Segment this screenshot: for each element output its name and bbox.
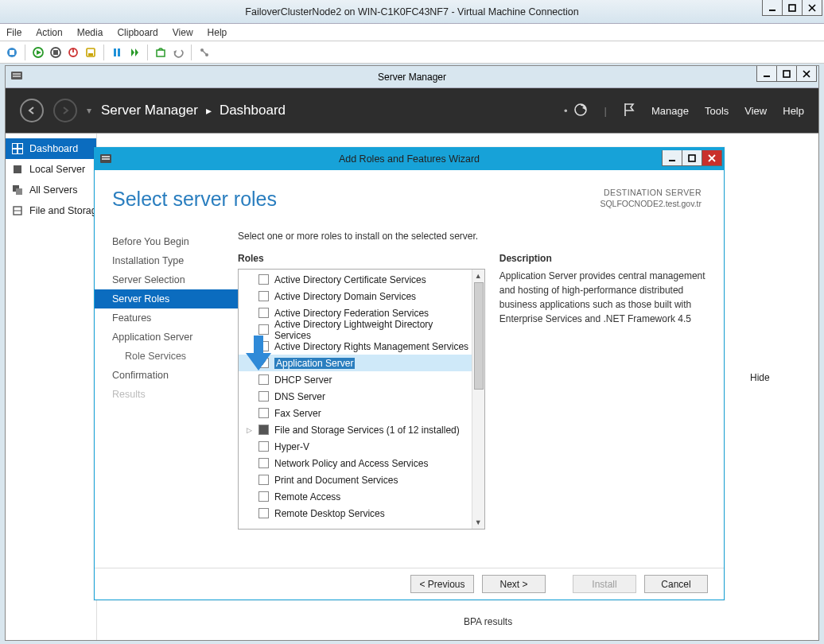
role-checkbox[interactable]: [258, 291, 269, 301]
role-checkbox[interactable]: [258, 408, 269, 418]
snapshot-icon[interactable]: [154, 45, 168, 60]
install-button[interactable]: Install: [573, 575, 636, 593]
menu-action[interactable]: Action: [36, 27, 62, 38]
roles-scrollbar[interactable]: ▲ ▼: [472, 270, 484, 529]
scrollbar-thumb[interactable]: [474, 282, 484, 390]
role-row[interactable]: Remote Desktop Services: [239, 505, 472, 522]
wizard-step[interactable]: Server Roles: [95, 289, 238, 308]
role-row[interactable]: Hyper-V: [239, 438, 472, 455]
role-row[interactable]: Application Server: [239, 355, 472, 371]
save-icon[interactable]: [84, 45, 98, 60]
role-row[interactable]: Remote Access: [239, 488, 472, 505]
roles-list[interactable]: Active Directory Certificate ServicesAct…: [239, 270, 472, 529]
role-row[interactable]: Fax Server: [239, 405, 472, 421]
sm-minimize-button[interactable]: [756, 66, 777, 82]
role-row[interactable]: DHCP Server: [239, 371, 472, 388]
role-checkbox[interactable]: [258, 475, 269, 485]
minimize-button[interactable]: [762, 0, 783, 16]
menu-file[interactable]: File: [6, 27, 21, 38]
role-row[interactable]: Active Directory Domain Services: [239, 288, 472, 305]
wizard-step[interactable]: Before You Begin: [95, 232, 238, 251]
sm-close-button[interactable]: [796, 66, 817, 82]
cancel-button[interactable]: Cancel: [644, 575, 708, 593]
wizard-step[interactable]: Server Selection: [95, 270, 238, 289]
refresh-icon[interactable]: [573, 102, 589, 120]
server-manager-titlebar[interactable]: Server Manager: [6, 66, 818, 88]
wizard-titlebar[interactable]: Add Roles and Features Wizard: [95, 148, 724, 170]
next-button[interactable]: Next >: [482, 575, 546, 593]
wizard-step[interactable]: Application Server: [95, 328, 238, 347]
maximize-button[interactable]: [782, 0, 803, 16]
start-icon[interactable]: [31, 45, 45, 60]
svg-rect-14: [114, 48, 116, 56]
breadcrumb-app[interactable]: Server Manager: [101, 103, 198, 118]
server-manager-icon: [10, 70, 23, 83]
role-label: Active Directory Certificate Services: [274, 274, 426, 285]
role-checkbox[interactable]: [258, 508, 269, 518]
scroll-up-button[interactable]: ▲: [472, 270, 484, 282]
pause-icon[interactable]: [110, 45, 124, 60]
wizard-step: Results: [95, 385, 238, 404]
servers-icon: [12, 184, 23, 196]
role-label: File and Storage Services (1 of 12 insta…: [274, 425, 460, 436]
role-checkbox[interactable]: [258, 441, 269, 452]
role-row[interactable]: Active Directory Certificate Services: [239, 271, 472, 288]
role-checkbox[interactable]: [258, 274, 269, 285]
ctrl-alt-del-icon[interactable]: [5, 45, 19, 60]
flag-icon[interactable]: [623, 102, 635, 120]
wizard-step[interactable]: Installation Type: [95, 251, 238, 270]
role-row[interactable]: ▷File and Storage Services (1 of 12 inst…: [239, 421, 472, 438]
svg-rect-44: [102, 158, 110, 160]
role-row[interactable]: Print and Document Services: [239, 471, 472, 488]
role-row[interactable]: Active Directory Rights Management Servi…: [239, 338, 472, 355]
wizard-step[interactable]: Role Services: [95, 347, 238, 366]
revert-icon[interactable]: [171, 45, 185, 60]
vm-titlebar[interactable]: FailoverClusterNode2 on WIN-C1K0FC43NF7 …: [0, 0, 824, 24]
role-row[interactable]: Active Directory Lightweight Directory S…: [239, 321, 472, 338]
menu-view-top[interactable]: View: [744, 105, 767, 117]
close-button[interactable]: [802, 0, 822, 16]
menu-manage[interactable]: Manage: [651, 105, 689, 117]
menu-view[interactable]: View: [173, 27, 193, 38]
role-row[interactable]: DNS Server: [239, 388, 472, 405]
share-icon[interactable]: [197, 45, 212, 60]
description-label: Description: [499, 253, 714, 269]
description-text: Application Server provides central mana…: [499, 269, 714, 326]
role-checkbox[interactable]: [258, 324, 269, 335]
reset-icon[interactable]: [127, 45, 142, 60]
shutdown-icon[interactable]: [66, 45, 80, 60]
menu-tools[interactable]: Tools: [705, 105, 729, 117]
dropdown-caret-icon[interactable]: ▾: [87, 105, 91, 116]
sidebar-item-dashboard[interactable]: Dashboard: [6, 138, 96, 159]
wizard-minimize-button[interactable]: [662, 150, 682, 166]
expand-caret-icon[interactable]: ▷: [247, 426, 253, 434]
role-checkbox[interactable]: [258, 491, 269, 502]
forward-button[interactable]: [53, 99, 77, 122]
back-button[interactable]: [20, 99, 44, 122]
turn-off-icon[interactable]: [49, 45, 63, 60]
wizard-maximize-button[interactable]: [682, 150, 702, 166]
wizard-close-button[interactable]: [702, 150, 722, 166]
scrollbar-track[interactable]: [472, 282, 484, 516]
role-checkbox[interactable]: [258, 391, 269, 402]
role-checkbox[interactable]: [258, 374, 269, 385]
sm-maximize-button[interactable]: [776, 66, 797, 82]
wizard-step[interactable]: Features: [95, 308, 238, 328]
role-row[interactable]: Network Policy and Access Services: [239, 455, 472, 471]
sidebar-item-local-server[interactable]: Local Server: [6, 159, 96, 180]
menu-help[interactable]: Help: [208, 27, 227, 38]
scroll-down-button[interactable]: ▼: [472, 516, 484, 529]
menu-media[interactable]: Media: [77, 27, 103, 38]
wizard-step[interactable]: Confirmation: [95, 366, 238, 385]
sidebar-item-file-storage[interactable]: File and Storage Services: [6, 200, 96, 221]
role-checkbox[interactable]: [258, 308, 269, 318]
menu-help-top[interactable]: Help: [783, 105, 804, 117]
menu-clipboard[interactable]: Clipboard: [117, 27, 157, 38]
role-checkbox[interactable]: [258, 458, 269, 468]
svg-rect-39: [16, 188, 22, 195]
previous-button[interactable]: < Previous: [410, 575, 474, 593]
role-checkbox[interactable]: [258, 425, 269, 435]
hide-button[interactable]: Hide: [750, 372, 798, 383]
sidebar-item-all-servers[interactable]: All Servers: [6, 180, 96, 200]
refresh-dropdown[interactable]: •: [564, 102, 589, 120]
